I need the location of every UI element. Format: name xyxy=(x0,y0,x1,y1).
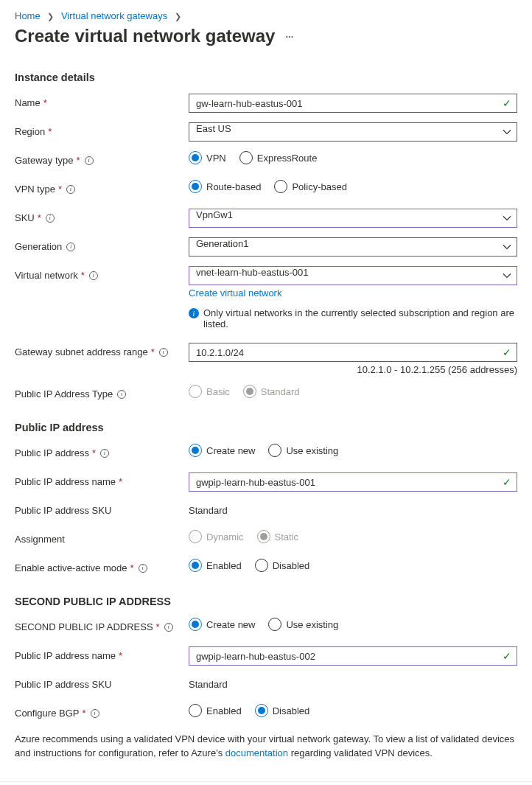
section-second-pubip: SECOND PUBLIC IP ADDRESS xyxy=(15,596,517,607)
radio-static: Static xyxy=(257,530,299,543)
info-icon[interactable]: i xyxy=(139,564,147,573)
label-region: Region xyxy=(15,126,45,137)
page-title: Create virtual network gateway ··· xyxy=(15,26,517,46)
pubip-name-input-1[interactable] xyxy=(189,472,517,492)
breadcrumb: Home ❯ Virtual network gateways ❯ xyxy=(15,10,517,21)
label-pubip-name-1: Public IP address name xyxy=(15,476,116,487)
name-input[interactable] xyxy=(189,94,517,113)
radio-bgp-disabled[interactable]: Disabled xyxy=(255,704,310,717)
required-indicator: * xyxy=(58,184,62,195)
info-icon[interactable]: i xyxy=(91,709,99,718)
radio-aa-enabled[interactable]: Enabled xyxy=(189,559,242,572)
recommendation-text: Azure recommends using a validated VPN d… xyxy=(15,733,517,761)
required-indicator: * xyxy=(77,155,80,166)
label-generation: Generation xyxy=(15,241,62,252)
label-second-pubip: SECOND PUBLIC IP ADDRESS xyxy=(15,621,153,632)
generation-select[interactable]: Generation1 xyxy=(189,237,517,257)
radio-standard: Standard xyxy=(243,385,300,398)
radio-policy-based[interactable]: Policy-based xyxy=(274,180,346,193)
radio-expressroute[interactable]: ExpressRoute xyxy=(239,151,318,164)
label-virtual-network: Virtual network xyxy=(15,270,78,281)
required-indicator: * xyxy=(48,126,52,137)
label-pubip-name-2: Public IP address name xyxy=(15,650,116,661)
label-pubip-type: Public IP Address Type xyxy=(15,388,113,400)
info-icon[interactable]: i xyxy=(159,348,168,357)
required-indicator: * xyxy=(43,97,47,108)
label-vpn-type: VPN type xyxy=(15,184,55,195)
required-indicator: * xyxy=(119,476,122,487)
chevron-right-icon: ❯ xyxy=(175,12,181,21)
vnet-info-note: i Only virtual networks in the currently… xyxy=(189,307,517,329)
section-instance-details: Instance details xyxy=(15,71,517,83)
more-actions-icon[interactable]: ··· xyxy=(285,32,293,41)
page-title-text: Create virtual network gateway xyxy=(15,26,275,46)
required-indicator: * xyxy=(130,562,133,573)
info-icon[interactable]: i xyxy=(85,156,94,165)
label-gateway-type: Gateway type xyxy=(15,155,74,166)
info-icon[interactable]: i xyxy=(164,623,173,632)
radio-dynamic: Dynamic xyxy=(189,530,244,543)
vnet-select[interactable]: vnet-learn-hub-eastus-001 xyxy=(189,266,517,285)
required-indicator: * xyxy=(81,270,85,281)
label-name: Name xyxy=(15,97,41,108)
label-pubip-sku-1: Public IP address SKU xyxy=(15,505,111,516)
required-indicator: * xyxy=(82,708,85,719)
required-indicator: * xyxy=(119,650,122,661)
pubip-sku-value-2: Standard xyxy=(189,675,517,690)
breadcrumb-home[interactable]: Home xyxy=(15,10,41,21)
label-pubip-sku-2: Public IP address SKU xyxy=(15,679,111,690)
info-icon[interactable]: i xyxy=(100,449,109,458)
breadcrumb-vng[interactable]: Virtual network gateways xyxy=(61,10,167,21)
radio-aa-disabled[interactable]: Disabled xyxy=(255,559,310,572)
sku-select[interactable]: VpnGw1 xyxy=(189,209,517,228)
required-indicator: * xyxy=(156,621,160,632)
radio-vpn[interactable]: VPN xyxy=(189,151,226,164)
info-icon[interactable]: i xyxy=(46,214,55,223)
region-select[interactable]: East US xyxy=(189,122,517,142)
required-indicator: * xyxy=(38,212,41,223)
radio-route-based[interactable]: Route-based xyxy=(189,180,261,193)
label-public-ip: Public IP address xyxy=(15,447,89,458)
radio-use-existing-2[interactable]: Use existing xyxy=(268,618,338,631)
info-icon[interactable]: i xyxy=(66,185,75,194)
chevron-right-icon: ❯ xyxy=(47,12,54,21)
label-sku: SKU xyxy=(15,212,35,223)
radio-bgp-enabled[interactable]: Enabled xyxy=(189,704,242,717)
label-active-active: Enable active-active mode xyxy=(15,562,127,573)
pubip-sku-value-1: Standard xyxy=(189,501,517,516)
pubip-name-input-2[interactable] xyxy=(189,646,517,666)
subnet-range-hint: 10.2.1.0 - 10.2.1.255 (256 addresses) xyxy=(189,364,517,375)
label-subnet-range: Gateway subnet address range xyxy=(15,346,148,357)
radio-use-existing-1[interactable]: Use existing xyxy=(268,444,338,457)
required-indicator: * xyxy=(151,346,155,357)
info-icon: i xyxy=(189,308,199,318)
required-indicator: * xyxy=(92,447,96,458)
section-public-ip: Public IP address xyxy=(15,422,517,433)
radio-create-new-1[interactable]: Create new xyxy=(189,444,255,457)
info-icon[interactable]: i xyxy=(66,243,75,251)
documentation-link[interactable]: documentation xyxy=(225,747,288,758)
info-icon[interactable]: i xyxy=(117,390,126,399)
info-icon[interactable]: i xyxy=(89,271,98,280)
label-configure-bgp: Configure BGP xyxy=(15,708,79,719)
wizard-footer: Review + create Previous Next : Tags > D… xyxy=(0,781,532,785)
create-vnet-link[interactable]: Create virtual network xyxy=(189,287,517,299)
radio-basic: Basic xyxy=(189,385,230,398)
radio-create-new-2[interactable]: Create new xyxy=(189,618,255,631)
subnet-range-input[interactable] xyxy=(189,343,517,362)
label-assignment: Assignment xyxy=(15,534,65,545)
